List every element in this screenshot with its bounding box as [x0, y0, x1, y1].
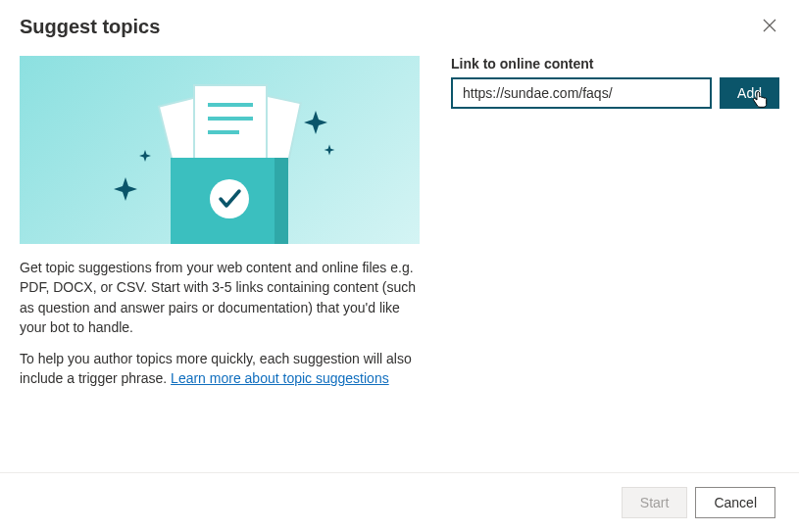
description-paragraph-1: Get topic suggestions from your web cont… [20, 258, 420, 337]
link-field-label: Link to online content [451, 56, 779, 72]
description-paragraph-2: To help you author topics more quickly, … [20, 349, 420, 389]
close-button[interactable] [760, 16, 779, 35]
sparkle-icon [139, 150, 151, 162]
url-input[interactable] [451, 77, 712, 109]
dialog-header: Suggest topics [0, 0, 799, 48]
cancel-button[interactable]: Cancel [695, 487, 775, 518]
start-button: Start [622, 487, 688, 518]
dialog-content: Get topic suggestions from your web cont… [0, 48, 799, 472]
dialog-title: Suggest topics [20, 16, 160, 38]
left-pane: Get topic suggestions from your web cont… [20, 56, 420, 453]
add-button-label: Add [737, 85, 762, 101]
svg-point-7 [210, 179, 249, 218]
suggest-topics-dialog: Suggest topics [0, 0, 799, 532]
sparkle-icon [304, 111, 327, 134]
add-button[interactable]: Add [720, 77, 779, 109]
checkmark-icon [210, 179, 249, 218]
svg-rect-6 [275, 158, 288, 244]
right-pane: Link to online content Add [451, 56, 779, 453]
close-icon [762, 18, 777, 33]
sparkle-icon [114, 177, 137, 201]
dialog-footer: Start Cancel [0, 472, 799, 532]
documents-illustration [20, 56, 420, 244]
sparkle-icon [325, 145, 335, 156]
learn-more-link[interactable]: Learn more about topic suggestions [171, 370, 389, 386]
url-input-row: Add [451, 77, 779, 109]
